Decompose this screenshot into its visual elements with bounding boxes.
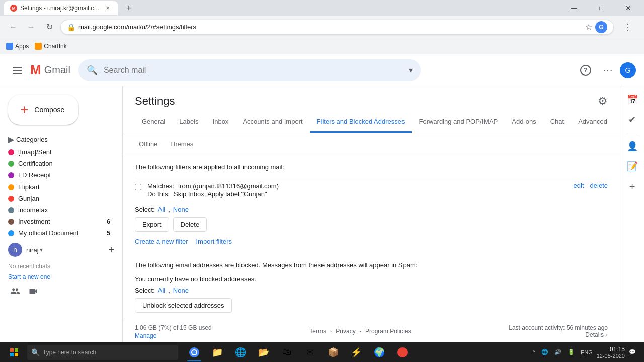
- sidebar-item-categories[interactable]: ▶ Categories: [0, 133, 118, 146]
- sidebar-item-incometax[interactable]: incometax: [0, 204, 118, 216]
- chat-user[interactable]: n niraj ▾: [8, 243, 43, 257]
- delete-btn[interactable]: Delete: [173, 217, 207, 232]
- apps-grid-icon[interactable]: ⋯: [598, 60, 618, 80]
- unblock-btn[interactable]: Unblock selected addresses: [135, 298, 232, 313]
- right-panel-calendar-icon[interactable]: 📅: [623, 90, 641, 109]
- gmail-logo[interactable]: M Gmail: [30, 62, 70, 78]
- tab-filters-blocked[interactable]: Filters and Blocked Addresses: [310, 112, 412, 133]
- manage-link[interactable]: Manage: [135, 332, 212, 339]
- right-panel-keep-icon[interactable]: 📝: [623, 157, 641, 175]
- taskbar-app-maps[interactable]: 🌍: [368, 342, 390, 363]
- select-all-link[interactable]: All: [158, 206, 165, 213]
- tab-advanced[interactable]: Advanced: [571, 112, 614, 133]
- taskbar-app-files[interactable]: 📂: [253, 342, 275, 363]
- terms-link[interactable]: Terms: [309, 328, 326, 335]
- search-dropdown-icon[interactable]: ▾: [409, 65, 413, 75]
- help-icon[interactable]: ?: [576, 60, 596, 80]
- nav-dot-imap: [8, 149, 14, 155]
- tab-addons[interactable]: Add-ons: [505, 112, 543, 133]
- avatar[interactable]: G: [620, 62, 636, 78]
- create-filter-link[interactable]: Create a new filter: [135, 238, 188, 245]
- filter-checkbox[interactable]: [135, 184, 141, 190]
- program-link[interactable]: Program Policies: [365, 328, 411, 335]
- taskbar-chevron-icon[interactable]: ^: [531, 348, 537, 356]
- bookmark-star-icon[interactable]: ☆: [585, 22, 592, 32]
- sidebar-item-gunjan[interactable]: Gunjan: [0, 193, 118, 204]
- taskbar-app-store[interactable]: 🛍: [276, 342, 298, 363]
- privacy-link[interactable]: Privacy: [336, 328, 355, 335]
- filter-delete-link[interactable]: delete: [590, 182, 608, 189]
- close-btn[interactable]: ✕: [617, 1, 640, 15]
- browser-tab[interactable]: M Settings - i.niraj.kr@gmail.com ×: [4, 1, 118, 15]
- sidebar: + Compose ▶ Categories [Imap]/Sent Certi…: [0, 86, 123, 342]
- sidebar-item-flipkart[interactable]: Flipkart: [0, 181, 118, 193]
- settings-gear-icon[interactable]: ⚙: [598, 95, 608, 108]
- search-bar[interactable]: 🔍 ▾: [78, 59, 421, 81]
- right-panel-contacts-icon[interactable]: 👤: [623, 137, 641, 155]
- taskbar-network-icon[interactable]: 🌐: [539, 348, 550, 356]
- chat-start-link[interactable]: Start a new one: [8, 273, 50, 280]
- import-filters-link[interactable]: Import filters: [196, 238, 232, 245]
- tab-labels[interactable]: Labels: [172, 112, 205, 133]
- select-none-link[interactable]: None: [173, 206, 189, 213]
- filter-edit-link[interactable]: edit: [574, 182, 584, 189]
- compose-button[interactable]: + Compose: [8, 95, 78, 125]
- taskbar-start-btn[interactable]: [2, 342, 26, 363]
- taskbar-notification-icon[interactable]: 💬: [627, 348, 638, 356]
- nav-dot-flipkart: [8, 184, 14, 190]
- tab-close-btn[interactable]: ×: [104, 4, 112, 12]
- taskbar-search-bar[interactable]: 🔍 Type here to search: [27, 345, 178, 360]
- taskbar-app-dropbox[interactable]: 📦: [322, 342, 344, 363]
- taskbar-volume-icon[interactable]: 🔊: [552, 348, 564, 356]
- back-btn[interactable]: ←: [6, 20, 20, 34]
- subtab-offline[interactable]: Offline: [135, 137, 162, 151]
- minimize-btn[interactable]: —: [562, 1, 586, 15]
- taskbar-app-ie[interactable]: 🌐: [229, 342, 252, 363]
- taskbar-battery-icon[interactable]: 🔋: [566, 348, 577, 356]
- tab-general[interactable]: General: [135, 112, 172, 133]
- taskbar-app-explorer[interactable]: 📁: [206, 342, 228, 363]
- blocked-select-none-link[interactable]: None: [173, 287, 189, 294]
- sidebar-item-my-official-doc[interactable]: My official Document 5: [0, 227, 118, 239]
- chat-video-icon[interactable]: [26, 284, 40, 298]
- svg-rect-3: [15, 353, 18, 356]
- chat-add-btn[interactable]: +: [108, 244, 114, 256]
- chat-people-icon[interactable]: [8, 284, 22, 298]
- chartink-bookmark-label: ChartInk: [44, 43, 66, 50]
- account-icon[interactable]: G: [595, 21, 607, 33]
- hamburger-menu-btn[interactable]: [8, 61, 26, 79]
- categories-label: Categories: [16, 136, 48, 143]
- taskbar-app-red[interactable]: [391, 342, 414, 363]
- tab-inbox[interactable]: Inbox: [206, 112, 236, 133]
- hamburger-icon: [13, 67, 22, 74]
- details-link[interactable]: Details: [585, 331, 604, 338]
- right-panel-add-icon[interactable]: +: [623, 177, 641, 196]
- sidebar-item-certification[interactable]: Certification: [0, 158, 118, 169]
- bookmark-chartink[interactable]: ChartInk: [35, 43, 66, 50]
- sidebar-item-imap-sent[interactable]: [Imap]/Sent: [0, 146, 118, 158]
- taskbar-app-chrome[interactable]: [183, 342, 205, 363]
- sidebar-item-fd-receipt[interactable]: FD Receipt: [0, 169, 118, 181]
- taskbar-right: ^ 🌐 🔊 🔋 ENG 01:15 12-05-2020 💬: [527, 346, 642, 359]
- taskbar-app-mail[interactable]: ✉: [299, 342, 321, 363]
- sidebar-item-investment[interactable]: Investment 6: [0, 216, 118, 227]
- taskbar-files-icon: 📂: [258, 346, 270, 358]
- tab-accounts-import[interactable]: Accounts and Import: [235, 112, 309, 133]
- right-panel-tasks-icon[interactable]: ✔: [623, 111, 641, 129]
- chat-avatar[interactable]: n: [8, 243, 22, 257]
- tab-forwarding-pop[interactable]: Forwarding and POP/IMAP: [412, 112, 505, 133]
- export-btn[interactable]: Export: [135, 217, 169, 232]
- maximize-btn[interactable]: □: [590, 1, 613, 15]
- refresh-btn[interactable]: ↻: [42, 20, 56, 34]
- menu-btn[interactable]: ⋮: [618, 17, 638, 37]
- search-input[interactable]: [104, 66, 403, 75]
- forward-btn[interactable]: →: [24, 20, 38, 34]
- url-bar[interactable]: 🔒 mail.google.com/mail/u/2/#settings/fil…: [60, 20, 614, 35]
- blocked-select-all-link[interactable]: All: [158, 287, 165, 294]
- bookmark-apps[interactable]: Apps: [6, 43, 29, 50]
- new-tab-btn[interactable]: +: [122, 1, 136, 15]
- taskbar-store-icon: 🛍: [281, 346, 293, 358]
- subtab-themes[interactable]: Themes: [166, 137, 197, 151]
- tab-chat[interactable]: Chat: [543, 112, 571, 133]
- taskbar-app-lightning[interactable]: ⚡: [345, 342, 367, 363]
